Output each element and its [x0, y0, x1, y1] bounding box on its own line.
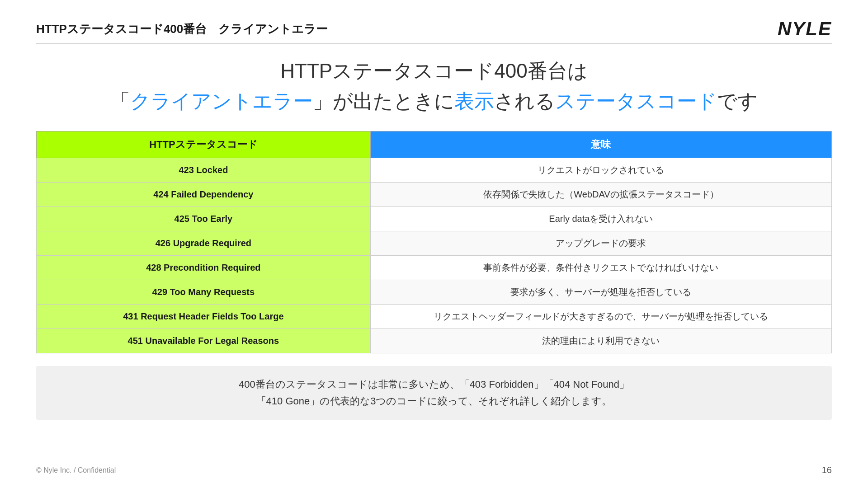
code-cell: 426 Upgrade Required: [37, 231, 371, 256]
logo: NYLE: [778, 18, 832, 40]
header-divider: [36, 43, 832, 44]
heading-client-error: クライアントエラー: [130, 90, 313, 112]
code-cell: 424 Failed Dependency: [37, 183, 371, 207]
footer-note-line2: 「410 Gone」の代表的な3つのコードに絞って、それぞれ詳しく紹介します。: [256, 395, 612, 407]
main-heading: HTTPステータスコード400番台は 「クライアントエラー」が出たときに表示され…: [36, 58, 832, 115]
copyright: © Nyle Inc. / Confidential: [36, 466, 116, 474]
meaning-cell: Early dataを受け入れない: [370, 207, 831, 231]
heading-quote-open: 「: [110, 90, 130, 112]
table-row: 425 Too EarlyEarly dataを受け入れない: [37, 207, 832, 231]
status-table: HTTPステータスコード 意味 423 Lockedリクエストがロックされている…: [36, 131, 832, 353]
page-number: 16: [822, 465, 832, 475]
meaning-cell: 要求が多く、サーバーが処理を拒否している: [370, 280, 831, 305]
code-cell: 425 Too Early: [37, 207, 371, 231]
code-cell: 451 Unavailable For Legal Reasons: [37, 329, 371, 353]
col-code-header: HTTPステータスコード: [37, 131, 371, 158]
table-row: 428 Precondition Required事前条件が必要、条件付きリクエ…: [37, 256, 832, 280]
meaning-cell: 法的理由により利用できない: [370, 329, 831, 353]
heading-line2: 「クライアントエラー」が出たときに表示されるステータスコードです: [36, 88, 832, 115]
meaning-cell: リクエストがロックされている: [370, 158, 831, 183]
col-meaning-header: 意味: [370, 131, 831, 158]
meaning-cell: 事前条件が必要、条件付きリクエストでなければいけない: [370, 256, 831, 280]
heading-sareru: される: [494, 90, 555, 112]
table-row: 451 Unavailable For Legal Reasons法的理由により…: [37, 329, 832, 353]
heading-quote-middle: 」が出たときに: [313, 90, 454, 112]
header: HTTPステータスコード400番台 クライアントエラー NYLE: [36, 18, 832, 40]
code-cell: 423 Locked: [37, 158, 371, 183]
heading-status-code: ステータスコード: [555, 90, 717, 112]
meaning-cell: アップグレードの要求: [370, 231, 831, 256]
code-cell: 428 Precondition Required: [37, 256, 371, 280]
table-row: 429 Too Many Requests要求が多く、サーバーが処理を拒否してい…: [37, 280, 832, 305]
code-cell: 429 Too Many Requests: [37, 280, 371, 305]
footer-note-line1: 400番台のステータスコードは非常に多いため、「403 Forbidden」「4…: [239, 379, 629, 390]
heading-line1: HTTPステータスコード400番台は: [36, 58, 832, 84]
slide-container: HTTPステータスコード400番台 クライアントエラー NYLE HTTPステー…: [0, 0, 868, 488]
table-row: 426 Upgrade Requiredアップグレードの要求: [37, 231, 832, 256]
page-footer: © Nyle Inc. / Confidential 16: [36, 465, 832, 475]
meaning-cell: 依存関係で失敗した（WebDAVの拡張ステータスコード）: [370, 183, 831, 207]
table-row: 431 Request Header Fields Too Largeリクエスト…: [37, 305, 832, 329]
heading-hyoji: 表示: [454, 90, 494, 112]
table-header-row: HTTPステータスコード 意味: [37, 131, 832, 158]
header-title: HTTPステータスコード400番台 クライアントエラー: [36, 21, 328, 37]
heading-desu: です: [717, 90, 758, 112]
table-row: 423 Lockedリクエストがロックされている: [37, 158, 832, 183]
code-cell: 431 Request Header Fields Too Large: [37, 305, 371, 329]
footer-note: 400番台のステータスコードは非常に多いため、「403 Forbidden」「4…: [36, 366, 832, 420]
meaning-cell: リクエストヘッダーフィールドが大きすぎるので、サーバーが処理を拒否している: [370, 305, 831, 329]
table-row: 424 Failed Dependency依存関係で失敗した（WebDAVの拡張…: [37, 183, 832, 207]
